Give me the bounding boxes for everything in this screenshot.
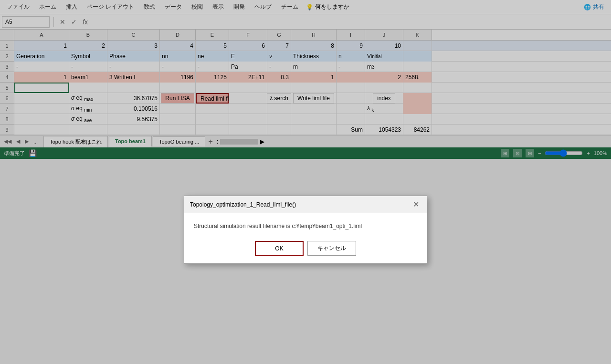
dialog-overlay: Topology_optimization_1_Read_liml_file()… <box>0 0 611 159</box>
